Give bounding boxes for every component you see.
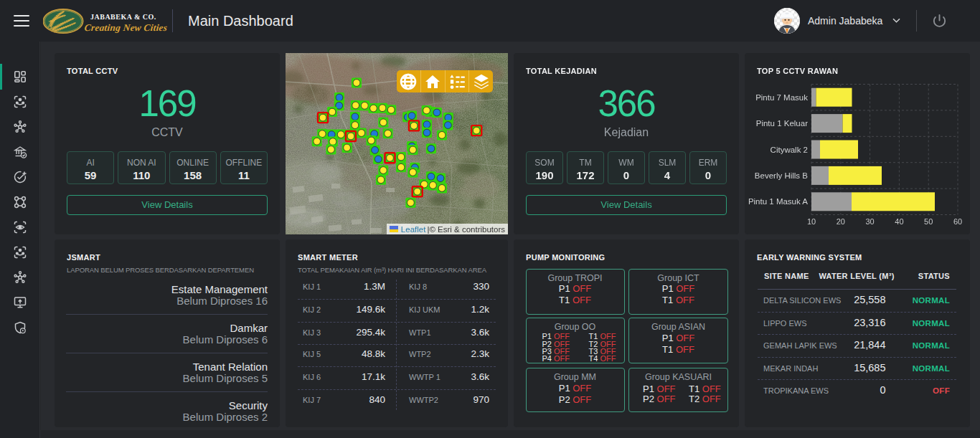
svg-text:30: 30 (865, 217, 874, 226)
svg-text:50: 50 (924, 217, 933, 226)
svg-text:10: 10 (807, 217, 816, 226)
svg-text:Pintu 1 Masuk A: Pintu 1 Masuk A (748, 197, 808, 206)
svg-text:60: 60 (953, 217, 962, 226)
svg-text:Beverly Hills B: Beverly Hills B (755, 171, 808, 180)
svg-text:Pintu 1 Keluar: Pintu 1 Keluar (756, 119, 808, 128)
svg-text:JABABEKA & CO.: JABABEKA & CO. (90, 13, 156, 21)
svg-text:20: 20 (837, 217, 845, 226)
svg-text:Pintu 7 Masuk: Pintu 7 Masuk (755, 93, 808, 102)
svg-text:Citywalk 2: Citywalk 2 (771, 146, 808, 154)
svg-text:Creating New Cities: Creating New Cities (84, 23, 168, 34)
svg-text:40: 40 (895, 217, 903, 226)
